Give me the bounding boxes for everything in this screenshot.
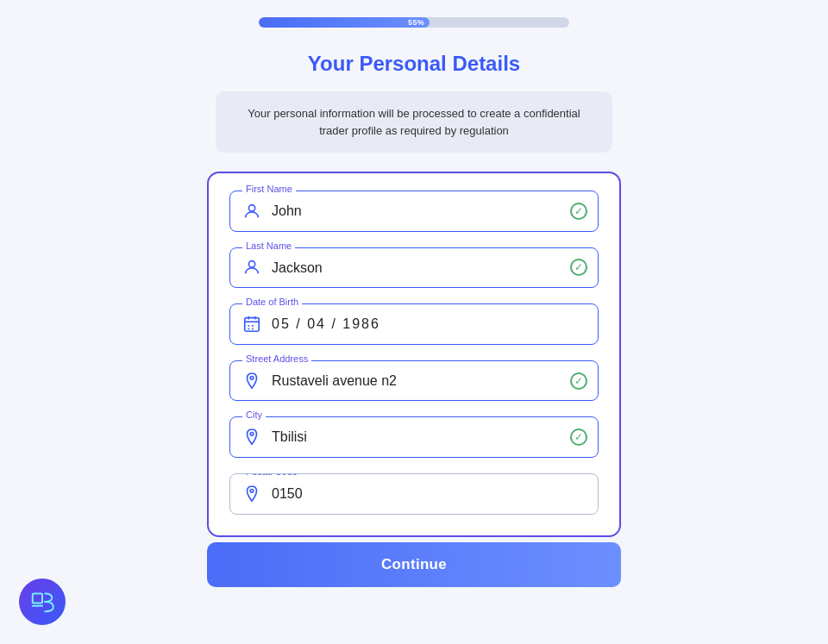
svg-point-0 [248,204,254,210]
dob-label: Date of Birth [242,297,302,307]
person-icon-firstname [242,202,261,221]
svg-point-13 [250,489,254,492]
last-name-check: ✓ [570,259,587,276]
street-address-input[interactable] [272,370,563,392]
svg-point-12 [250,433,254,436]
svg-point-11 [250,376,254,379]
logo [19,578,66,625]
city-check: ✓ [570,428,587,446]
form-card: First Name ✓ Last Name ✓ Date of Birth [207,172,621,537]
progress-bar-container: 55% [259,17,569,28]
first-name-check: ✓ [570,203,587,220]
svg-rect-14 [33,593,42,603]
calendar-icon [242,315,261,334]
first-name-field: First Name ✓ [229,191,599,232]
last-name-label: Last Name [242,241,295,251]
postal-code-input[interactable] [272,483,563,505]
info-text: Your personal information will be proces… [248,107,580,137]
pin-icon-city [242,428,261,447]
city-field: City ✓ [229,416,599,458]
street-address-field: Street Address ✓ [229,360,599,402]
last-name-field: Last Name ✓ [229,247,599,289]
street-address-label: Street Address [242,353,311,364]
pin-icon-postal [242,485,261,503]
postal-code-field: Postal Code [229,473,599,515]
svg-point-1 [248,261,254,267]
page-title: Your Personal Details [308,52,520,76]
progress-bar-fill: 55% [259,17,430,28]
postal-code-label: Postal Code [242,473,301,477]
progress-label: 55% [408,18,424,27]
dob-input[interactable]: 05 / 04 / 1986 [272,316,380,331]
info-box: Your personal information will be proces… [216,91,612,153]
street-address-check: ✓ [570,372,587,390]
city-input[interactable] [272,426,563,448]
person-icon-lastname [242,258,261,277]
continue-button[interactable]: Continue [207,542,621,587]
first-name-label: First Name [242,184,296,194]
pin-icon-street [242,372,261,391]
first-name-input[interactable] [272,200,563,222]
city-label: City [242,410,266,420]
dob-field: Date of Birth 05 / 04 / 1986 [229,303,599,345]
last-name-input[interactable] [272,257,563,279]
